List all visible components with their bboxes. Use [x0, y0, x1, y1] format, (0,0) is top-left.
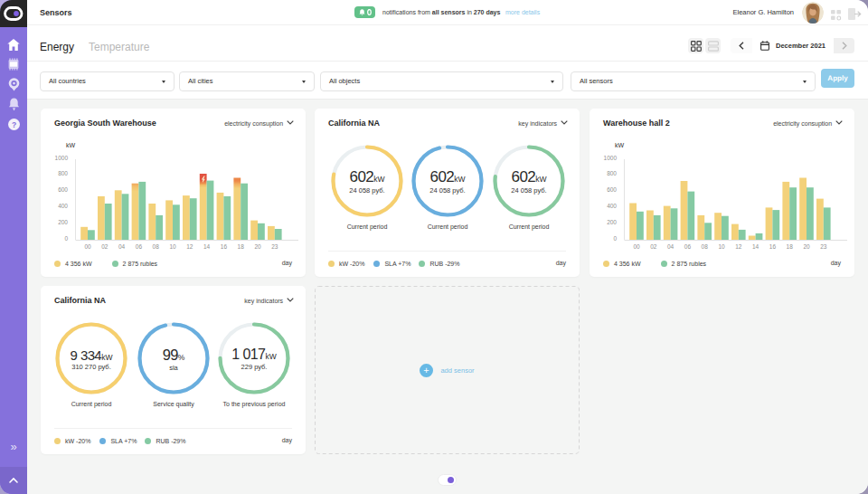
svg-text:kW: kW — [615, 142, 625, 148]
svg-text:18: 18 — [238, 243, 245, 250]
svg-text:0: 0 — [64, 235, 68, 242]
svg-text:400: 400 — [607, 203, 617, 209]
svg-text:400: 400 — [58, 203, 68, 209]
svg-text:16: 16 — [769, 243, 777, 250]
svg-text:600: 600 — [58, 186, 68, 193]
svg-text:02: 02 — [101, 243, 108, 250]
svg-text:800: 800 — [58, 170, 68, 176]
svg-text:0: 0 — [613, 235, 617, 242]
svg-text:10: 10 — [169, 243, 176, 250]
svg-text:10: 10 — [718, 243, 725, 250]
svg-text:23: 23 — [820, 243, 827, 250]
svg-text:08: 08 — [702, 243, 709, 250]
svg-text:08: 08 — [153, 243, 160, 250]
svg-text:kW: kW — [66, 142, 76, 148]
svg-text:12: 12 — [186, 243, 193, 250]
svg-text:06: 06 — [684, 243, 692, 250]
svg-text:20: 20 — [254, 243, 261, 250]
svg-text:800: 800 — [607, 170, 617, 176]
svg-text:23: 23 — [271, 243, 278, 250]
svg-text:00: 00 — [84, 243, 91, 250]
svg-text:16: 16 — [221, 243, 228, 250]
svg-text:200: 200 — [607, 219, 617, 225]
svg-text:18: 18 — [787, 243, 794, 250]
svg-text:04: 04 — [667, 243, 675, 250]
svg-text:1000: 1000 — [604, 155, 618, 161]
svg-text:14: 14 — [752, 243, 760, 250]
svg-text:20: 20 — [803, 243, 810, 250]
svg-text:06: 06 — [136, 243, 143, 250]
svg-text:600: 600 — [607, 186, 617, 193]
svg-text:02: 02 — [650, 243, 657, 250]
svg-text:14: 14 — [203, 243, 211, 250]
svg-text:00: 00 — [633, 243, 640, 250]
svg-text:1000: 1000 — [55, 155, 69, 161]
svg-text:?: ? — [11, 120, 15, 129]
svg-text:12: 12 — [735, 243, 742, 250]
svg-text:04: 04 — [118, 243, 126, 250]
svg-text:200: 200 — [58, 219, 68, 225]
